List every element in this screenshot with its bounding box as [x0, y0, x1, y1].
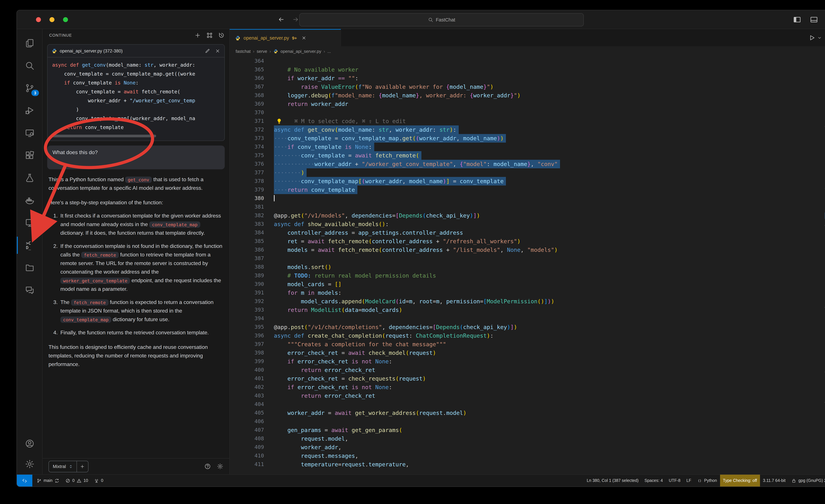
line-number: 373	[241, 134, 264, 143]
line-number: 390	[241, 280, 264, 288]
code-line-410: 410 request.messages,	[241, 451, 825, 460]
line-number: 382	[241, 211, 264, 220]
account-icon	[24, 439, 34, 448]
code-line-369: 369 return worker_addr	[241, 100, 825, 108]
status-python-version[interactable]: 3.11.7 64-bit	[760, 475, 789, 487]
activity-item-search[interactable]	[17, 55, 42, 77]
plus-icon[interactable]	[195, 32, 201, 39]
activity-item-continue[interactable]: >CD_	[17, 234, 42, 257]
navigate-back-icon[interactable]	[278, 16, 285, 23]
search-icon	[24, 61, 34, 71]
line-number: 372	[241, 126, 264, 134]
command-center-search[interactable]: FastChat	[299, 13, 584, 26]
activity-item-files[interactable]	[17, 32, 42, 55]
zoom-window-button[interactable]	[63, 17, 68, 22]
activity-item-folder[interactable]	[17, 257, 42, 279]
code-line-364: 364	[241, 57, 825, 65]
line-number: 411	[241, 460, 264, 469]
text-cursor	[274, 195, 275, 201]
editor-group: openai_api_server.py 9+ fastchat›serve›o…	[230, 29, 825, 474]
status-ports[interactable]: 0	[91, 475, 106, 487]
status-gpg[interactable]: gpg (GnuPG) 2.2.41	[789, 475, 825, 487]
navigate-forward-icon[interactable]	[292, 16, 299, 23]
breadcrumb-item[interactable]: openai_api_server.py	[281, 49, 321, 54]
line-number: 369	[241, 100, 264, 108]
help-icon[interactable]	[204, 463, 211, 470]
line-number: 376	[241, 160, 264, 168]
snippet-line: if conv_template is None:	[52, 79, 224, 87]
code-line-384: 384 controller_address = app_settings.co…	[241, 228, 825, 237]
close-window-button[interactable]	[36, 17, 41, 22]
code-line-399: 399 if error_check_ret is not None:	[241, 357, 825, 366]
chevron-down-icon[interactable]	[817, 35, 822, 40]
code-line-366: 366 if worker_addr == "":	[241, 74, 825, 82]
markdown-paragraph: Here's a step-by-step explanation of the…	[49, 198, 223, 207]
line-number: 366	[241, 74, 264, 82]
activity-item-comments[interactable]	[17, 279, 42, 301]
activity-item-account[interactable]	[17, 433, 42, 454]
status-cursor-position[interactable]: Ln 380, Col 1 (387 selected)	[584, 475, 642, 487]
extensions-icon	[24, 150, 34, 160]
user-message-bubble: What does this do?	[47, 146, 225, 169]
status-type-checking[interactable]: Type Checking: off	[720, 475, 760, 487]
code-line-400: 400 return error_check_ret	[241, 366, 825, 374]
snippet-line: worker_addr + "/worker_get_conv_temp	[52, 96, 224, 105]
activity-item-remote-explorer[interactable]	[17, 122, 42, 144]
code-line-404: 404	[241, 400, 825, 409]
status-git-branch[interactable]: main	[34, 475, 62, 487]
activity-item-extensions[interactable]	[17, 144, 42, 167]
vm-icon	[24, 218, 34, 228]
line-number: 407	[241, 426, 264, 434]
activity-item-docker[interactable]	[17, 189, 42, 212]
line-number: 379	[241, 186, 264, 194]
status-text: Type Checking: off	[723, 478, 757, 483]
comments-icon	[24, 285, 34, 295]
close-icon[interactable]	[215, 48, 220, 54]
status-problems[interactable]: 010	[62, 475, 91, 487]
close-tab-icon[interactable]	[301, 35, 306, 41]
remote-explorer-icon	[24, 128, 34, 138]
activity-item-vm[interactable]	[17, 212, 42, 234]
activity-item-testing-beaker[interactable]	[17, 167, 42, 189]
status-language-mode[interactable]: {}Python	[694, 475, 720, 487]
lightbulb-icon[interactable]	[276, 118, 283, 125]
activity-item-source-control[interactable]: 3	[17, 77, 42, 99]
toggle-panel-icon[interactable]	[810, 15, 818, 23]
model-selector[interactable]: Mixtral	[49, 460, 88, 472]
tab-problems-badge: 9+	[292, 35, 297, 41]
files-icon	[24, 38, 34, 48]
toggle-sidebar-icon[interactable]	[793, 15, 801, 23]
maximize-icon[interactable]	[206, 32, 213, 39]
tab-openai-api-server[interactable]: openai_api_server.py 9+	[230, 29, 341, 46]
svg-text:{}: {}	[698, 479, 701, 482]
plus-icon	[80, 464, 85, 469]
status-eol[interactable]: LF	[683, 475, 694, 487]
line-number: 385	[241, 237, 264, 245]
activity-item-settings-gear[interactable]	[17, 454, 42, 474]
card-scrollbar-thumb[interactable]	[52, 135, 156, 137]
breadcrumb-item[interactable]: serve	[257, 49, 267, 54]
gear-icon[interactable]	[217, 463, 223, 470]
line-number: 396	[241, 332, 264, 340]
pencil-icon[interactable]	[205, 48, 210, 54]
breadcrumb-item[interactable]: fastchat	[236, 49, 251, 54]
status-text: gpg (GnuPG) 2.2.41	[799, 478, 825, 483]
status-encoding[interactable]: UTF-8	[666, 475, 683, 487]
breadcrumb-item[interactable]: ...	[327, 49, 331, 54]
status-remote-indicator[interactable]	[17, 475, 32, 487]
line-number: 389	[241, 271, 264, 280]
line-number: 377	[241, 168, 264, 177]
minimize-window-button[interactable]	[50, 17, 55, 22]
code-line-365: 365 # No available worker	[241, 65, 825, 74]
activity-item-run-debug[interactable]	[17, 99, 42, 122]
status-indentation[interactable]: Spaces: 4	[642, 475, 666, 487]
history-icon[interactable]	[218, 32, 225, 39]
line-number: 364	[241, 57, 264, 65]
run-icon[interactable]	[809, 34, 815, 41]
code-line-403: 403 return error_check_ret	[241, 391, 825, 400]
line-number: 394	[241, 314, 264, 323]
code-line-381: 381	[241, 203, 825, 211]
line-number: 370	[241, 108, 264, 117]
code-editor[interactable]: 364365 # No available worker366 if worke…	[230, 56, 825, 474]
add-model-button[interactable]	[77, 461, 88, 472]
